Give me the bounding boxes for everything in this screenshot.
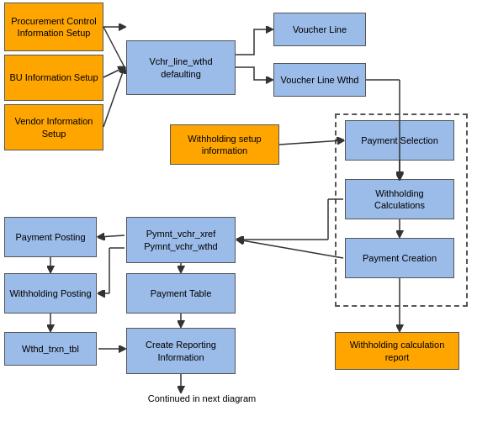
withholding-posting-box: Withholding Posting (4, 273, 97, 314)
withholding-report-box: Withholding calculation report (335, 332, 459, 370)
procurement-box: Procurement Control Information Setup (4, 3, 103, 51)
continued-label: Continued in next diagram (147, 393, 257, 403)
vchr-line-box: Vchr_line_wthd defaulting (126, 40, 236, 95)
vendor-info-box: Vendor Information Setup (4, 104, 103, 150)
wthd-trxn-box: Wthd_trxn_tbl (4, 332, 97, 366)
pymnt-vchr-box: Pymnt_vchr_xref Pymnt_vchr_wthd (126, 217, 236, 263)
svg-line-12 (98, 235, 125, 237)
payment-table-box: Payment Table (126, 273, 236, 314)
withholding-calc-box: Withholding Calculations (345, 179, 454, 219)
diagram: Procurement Control Information Setup BU… (0, 0, 477, 448)
voucher-line-box: Voucher Line (273, 13, 366, 46)
withholding-setup-box: Withholding setup information (170, 124, 279, 165)
svg-line-4 (103, 67, 125, 127)
svg-line-3 (103, 67, 125, 77)
payment-posting-box: Payment Posting (4, 217, 97, 257)
voucher-line-wthd-box: Voucher Line Wthd (273, 63, 366, 97)
create-reporting-box: Create Reporting Information (126, 328, 236, 374)
payment-selection-box: Payment Selection (345, 120, 454, 161)
payment-creation-box: Payment Creation (345, 238, 454, 278)
bu-info-box: BU Information Setup (4, 55, 103, 101)
svg-line-10 (237, 240, 343, 258)
svg-line-7 (279, 140, 343, 145)
svg-line-2 (103, 27, 125, 67)
